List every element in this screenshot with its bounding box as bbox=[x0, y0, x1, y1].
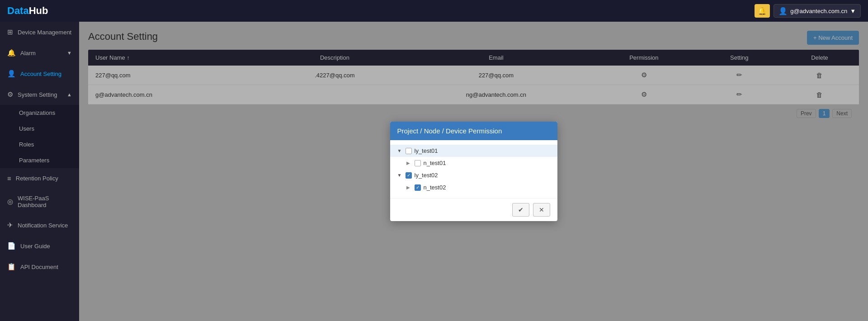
top-nav: DataHub 🔔 👤 g@advantech.com.cn ▼ bbox=[0, 0, 868, 22]
device-management-icon: ⊞ bbox=[7, 28, 13, 36]
user-icon: 👤 bbox=[778, 7, 788, 15]
sidebar-item-roles[interactable]: Roles bbox=[0, 137, 79, 152]
sidebar-label-wise-paas: WISE-PaaS Dashboard bbox=[18, 195, 72, 208]
sidebar-label-account-setting: Account Setting bbox=[20, 71, 61, 77]
tree-label-ly-test02: ly_test02 bbox=[415, 172, 550, 179]
modal-cancel-button[interactable]: ✕ bbox=[533, 203, 550, 217]
api-document-icon: 📋 bbox=[7, 263, 16, 271]
user-menu-button[interactable]: 👤 g@advantech.com.cn ▼ bbox=[774, 4, 861, 18]
sidebar-item-notification-service[interactable]: ✈ Notification Service bbox=[0, 215, 79, 236]
modal-footer: ✔ ✕ bbox=[390, 198, 557, 221]
sidebar-label-user-guide: User Guide bbox=[20, 243, 50, 250]
sidebar-item-device-management[interactable]: ⊞ Device Management bbox=[0, 22, 79, 42]
bell-icon: 🔔 bbox=[758, 7, 767, 15]
sidebar: ⊞ Device Management 🔔 Alarm ▼ 👤 Account … bbox=[0, 22, 79, 321]
notification-icon: ✈ bbox=[7, 221, 13, 229]
tree-item-n-test01: ▶ n_test01 bbox=[399, 157, 557, 169]
expand-arrow-ly-test01[interactable]: ▼ bbox=[397, 148, 403, 153]
sidebar-item-parameters[interactable]: Parameters bbox=[0, 152, 79, 168]
nav-right: 🔔 👤 g@advantech.com.cn ▼ bbox=[755, 4, 861, 18]
sidebar-item-account-setting[interactable]: 👤 Account Setting bbox=[0, 63, 79, 84]
sidebar-item-retention-policy[interactable]: ≡ Retention Policy bbox=[0, 168, 79, 189]
sidebar-sub-menu: Organizations Users Roles Parameters bbox=[0, 105, 79, 168]
sidebar-label-device-management: Device Management bbox=[18, 29, 71, 36]
sidebar-label-retention-policy: Retention Policy bbox=[16, 175, 58, 182]
user-email: g@advantech.com.cn bbox=[790, 8, 847, 14]
sidebar-label-notification-service: Notification Service bbox=[18, 222, 68, 229]
main-content: Account Setting + New Account User Name … bbox=[79, 22, 868, 321]
sidebar-item-system-setting[interactable]: ⚙ System Setting ▲ bbox=[0, 84, 79, 105]
modal-body: ▼ ly_test01 ▶ n_test01 ▼ ✓ ly_test bbox=[390, 140, 557, 198]
user-guide-icon: 📄 bbox=[7, 242, 16, 250]
sidebar-item-user-guide[interactable]: 📄 User Guide bbox=[0, 236, 79, 256]
sidebar-item-alarm[interactable]: 🔔 Alarm ▼ bbox=[0, 42, 79, 63]
tree-item-n-test02: ▶ ✓ n_test02 bbox=[399, 181, 557, 194]
alarm-icon: 🔔 bbox=[7, 49, 16, 57]
checkbox-n-test01[interactable] bbox=[415, 160, 421, 166]
chevron-icon: ▼ bbox=[67, 50, 72, 56]
tree-label-ly-test01: ly_test01 bbox=[415, 147, 550, 154]
sidebar-item-api-document[interactable]: 📋 API Document bbox=[0, 256, 79, 277]
wise-paas-icon: ◎ bbox=[7, 198, 13, 206]
tree-label-n-test02: n_test02 bbox=[424, 184, 550, 191]
checkbox-ly-test01[interactable] bbox=[406, 148, 412, 154]
expand-arrow-ly-test02[interactable]: ▼ bbox=[397, 173, 403, 178]
sidebar-item-organizations[interactable]: Organizations bbox=[0, 105, 79, 121]
modal-overlay: Project / Node / Device Permission ▼ ly_… bbox=[79, 22, 868, 321]
expand-arrow-n-test02[interactable]: ▶ bbox=[406, 185, 412, 190]
permission-modal: Project / Node / Device Permission ▼ ly_… bbox=[390, 122, 557, 221]
checkbox-n-test02[interactable]: ✓ bbox=[415, 184, 421, 191]
brand: DataHub bbox=[7, 5, 48, 17]
tree-label-n-test01: n_test01 bbox=[424, 160, 550, 166]
expand-arrow-n-test01[interactable]: ▶ bbox=[406, 160, 412, 165]
sidebar-label-system-setting: System Setting bbox=[18, 91, 57, 98]
chevron-down-icon: ▼ bbox=[850, 8, 856, 14]
account-setting-icon: 👤 bbox=[7, 70, 16, 78]
modal-confirm-button[interactable]: ✔ bbox=[512, 203, 529, 217]
notification-bell-button[interactable]: 🔔 bbox=[755, 4, 770, 18]
modal-header: Project / Node / Device Permission bbox=[390, 122, 557, 140]
sidebar-item-users[interactable]: Users bbox=[0, 121, 79, 137]
sidebar-label-alarm: Alarm bbox=[20, 50, 36, 57]
brand-hub: Hub bbox=[29, 5, 48, 16]
sidebar-label-api-document: API Document bbox=[20, 264, 58, 270]
checkbox-ly-test02[interactable]: ✓ bbox=[406, 172, 412, 179]
system-setting-chevron: ▲ bbox=[67, 92, 72, 97]
retention-policy-icon: ≡ bbox=[7, 175, 11, 182]
brand-data: Data bbox=[7, 5, 29, 16]
layout: ⊞ Device Management 🔔 Alarm ▼ 👤 Account … bbox=[0, 22, 868, 321]
tree-item-ly-test01: ▼ ly_test01 bbox=[390, 145, 557, 157]
modal-title: Project / Node / Device Permission bbox=[397, 127, 502, 135]
system-setting-icon: ⚙ bbox=[7, 90, 13, 99]
tree-item-ly-test02: ▼ ✓ ly_test02 bbox=[390, 169, 557, 181]
sidebar-item-wise-paas[interactable]: ◎ WISE-PaaS Dashboard bbox=[0, 189, 79, 215]
